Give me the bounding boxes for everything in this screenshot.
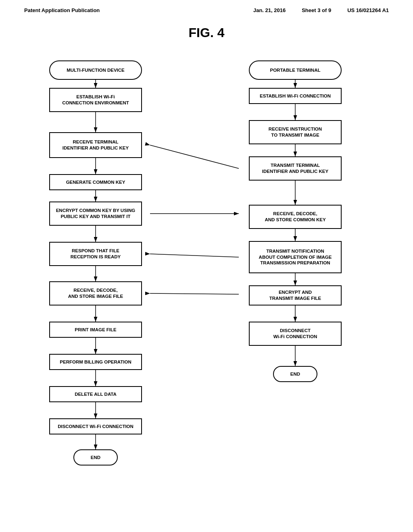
step-109-box: DELETE ALL DATA	[49, 386, 142, 402]
mfd-header: MULTI-FUNCTION DEVICE	[49, 60, 142, 80]
step-106-text: RECEIVE, DECODE,AND STORE IMAGE FILE	[68, 287, 123, 299]
step-101-text: ESTABLISH Wi-FiCONNECTION ENVIRONMENT	[62, 94, 129, 106]
step-202-text: RECEIVE INSTRUCTIONTO TRANSMIT IMAGE	[269, 126, 322, 138]
header-left: Patent Application Publication	[24, 7, 100, 13]
step-207-box: DISCONNECTWi-Fi CONNECTION	[249, 322, 342, 346]
step-110-box: DISCONNECT Wi-Fi CONNECTION	[49, 418, 142, 434]
svg-line-24	[150, 293, 239, 294]
header-right: Jan. 21, 2016 Sheet 3 of 9 US 16/021264 …	[253, 7, 389, 13]
step-107-text: PRINT IMAGE FILE	[75, 327, 117, 333]
pt-header: PORTABLE TERMINAL	[249, 60, 342, 80]
patent-number: US 16/021264 A1	[347, 7, 389, 13]
pub-date: Jan. 21, 2016	[253, 7, 286, 13]
flowchart-diagram: MULTI-FUNCTION DEVICE 101 ESTABLISH Wi-F…	[25, 52, 388, 504]
step-205-text: TRANSMIT NOTIFICATIONABOUT COMPLETION OF…	[259, 248, 332, 266]
step-102-text: RECEIVE TERMINALIDENTIFIER AND PUBLIC KE…	[63, 139, 129, 151]
step-108-box: PERFORM BILLING OPERATION	[49, 354, 142, 370]
step-204-box: RECEIVE, DECODE,AND STORE COMMON KEY	[249, 205, 342, 229]
step-104-text: ENCRYPT COMMON KEY BY USINGPUBLIC KEY AN…	[56, 208, 136, 220]
end-left-text: END	[91, 455, 100, 461]
end-right-text: END	[290, 371, 300, 377]
step-104-box: ENCRYPT COMMON KEY BY USINGPUBLIC KEY AN…	[49, 202, 142, 226]
step-203-text: TRANSMIT TERMINALIDENTIFIER AND PUBLIC K…	[262, 162, 328, 175]
step-108-text: PERFORM BILLING OPERATION	[60, 359, 131, 365]
step-204-text: RECEIVE, DECODE,AND STORE COMMON KEY	[265, 211, 325, 223]
svg-line-21	[150, 145, 239, 168]
step-206-text: ENCRYPT ANDTRANSMIT IMAGE FILE	[269, 289, 321, 301]
step-103-text: GENERATE COMMON KEY	[66, 179, 125, 185]
step-105-box: RESPOND THAT FILERECEPTION IS READY	[49, 242, 142, 266]
step-102-box: RECEIVE TERMINALIDENTIFIER AND PUBLIC KE…	[49, 132, 142, 158]
step-203-box: TRANSMIT TERMINALIDENTIFIER AND PUBLIC K…	[249, 156, 342, 181]
step-101-box: ESTABLISH Wi-FiCONNECTION ENVIRONMENT	[49, 88, 142, 112]
pt-label: PORTABLE TERMINAL	[270, 67, 320, 73]
figure-title: FIG. 4	[0, 25, 413, 40]
step-207-text: DISCONNECTWi-Fi CONNECTION	[273, 328, 317, 340]
step-105-text: RESPOND THAT FILERECEPTION IS READY	[71, 248, 121, 260]
end-left-box: END	[73, 449, 118, 466]
step-202-box: RECEIVE INSTRUCTIONTO TRANSMIT IMAGE	[249, 120, 342, 144]
mfd-label: MULTI-FUNCTION DEVICE	[67, 67, 125, 73]
end-right-box: END	[273, 366, 317, 382]
step-201-box: ESTABLISH Wi-Fi CONNECTION	[249, 88, 342, 104]
step-206-box: ENCRYPT ANDTRANSMIT IMAGE FILE	[249, 285, 342, 305]
publication-label: Patent Application Publication	[24, 7, 100, 13]
page-header: Patent Application Publication Jan. 21, …	[0, 0, 413, 17]
step-103-box: GENERATE COMMON KEY	[49, 174, 142, 190]
sheet-info: Sheet 3 of 9	[302, 7, 331, 13]
step-107-box: PRINT IMAGE FILE	[49, 322, 142, 338]
svg-line-23	[150, 254, 239, 257]
step-106-box: RECEIVE, DECODE,AND STORE IMAGE FILE	[49, 281, 142, 305]
step-110-text: DISCONNECT Wi-Fi CONNECTION	[58, 424, 133, 430]
step-109-text: DELETE ALL DATA	[75, 391, 117, 397]
step-205-box: TRANSMIT NOTIFICATIONABOUT COMPLETION OF…	[249, 241, 342, 273]
step-201-text: ESTABLISH Wi-Fi CONNECTION	[260, 93, 331, 99]
